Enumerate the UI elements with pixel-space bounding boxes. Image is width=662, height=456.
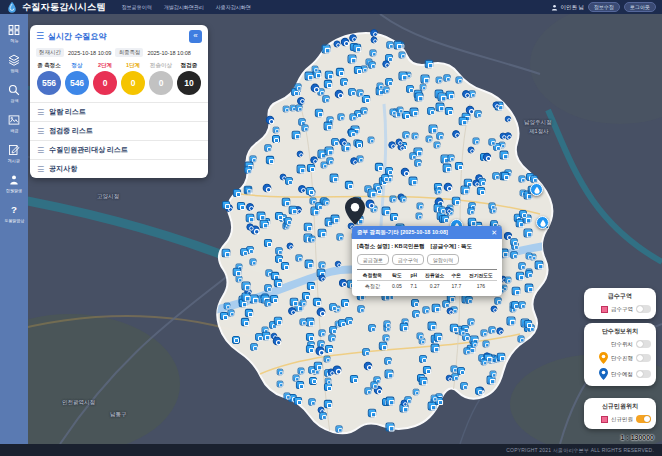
station-marker[interactable]: [329, 326, 337, 334]
menu-complaint-target-list[interactable]: ☰ 수질민원관리대상 리스트: [30, 140, 208, 159]
station-marker[interactable]: [284, 217, 292, 225]
station-marker[interactable]: [352, 44, 360, 52]
station-marker[interactable]: [242, 281, 251, 290]
station-marker[interactable]: [530, 175, 538, 183]
supply-area-toggle[interactable]: [636, 305, 651, 313]
sidebar-item-background[interactable]: 배경: [0, 110, 28, 138]
station-marker[interactable]: [246, 203, 254, 211]
station-marker[interactable]: [428, 124, 437, 133]
station-marker[interactable]: [439, 206, 446, 213]
station-marker[interactable]: [446, 375, 452, 381]
station-marker[interactable]: [306, 333, 314, 341]
station-marker[interactable]: [244, 186, 251, 193]
station-marker[interactable]: [297, 97, 305, 105]
station-marker[interactable]: [232, 336, 240, 344]
selected-station-pin-icon[interactable]: [345, 197, 365, 225]
station-marker[interactable]: [262, 184, 271, 193]
station-marker[interactable]: [458, 329, 465, 336]
sidebar-item-help[interactable]: ? 도움말영상: [0, 200, 28, 228]
station-marker[interactable]: [355, 140, 363, 148]
station-marker[interactable]: [367, 188, 376, 197]
sidebar-item-board[interactable]: 게시판: [0, 140, 28, 168]
station-marker[interactable]: [460, 382, 468, 390]
station-marker[interactable]: [250, 295, 259, 304]
stat-normal[interactable]: 정상 546: [65, 62, 89, 95]
station-marker[interactable]: [489, 371, 496, 378]
station-marker[interactable]: [295, 254, 302, 261]
station-marker[interactable]: [275, 212, 283, 220]
station-marker[interactable]: [341, 299, 349, 307]
station-marker[interactable]: [241, 318, 249, 326]
sidebar-item-menu[interactable]: 메뉴: [0, 20, 28, 48]
station-marker[interactable]: [419, 376, 428, 385]
station-marker[interactable]: [368, 409, 376, 417]
station-marker[interactable]: [402, 132, 409, 139]
station-marker[interactable]: [386, 42, 393, 49]
stat-level1[interactable]: 1단계 0: [121, 62, 145, 95]
station-marker[interactable]: [274, 317, 282, 325]
stat-maintenance[interactable]: 점검중 10: [177, 62, 201, 95]
logout-button[interactable]: 로그아웃: [624, 2, 656, 12]
station-marker[interactable]: [435, 188, 442, 195]
station-marker[interactable]: [321, 45, 330, 54]
station-marker[interactable]: [451, 197, 459, 205]
station-marker[interactable]: [259, 219, 268, 228]
menu-maintenance-list[interactable]: ☰ 점검중 리스트: [30, 121, 208, 140]
station-marker[interactable]: [241, 248, 249, 256]
station-marker[interactable]: [358, 306, 365, 313]
station-marker[interactable]: [369, 49, 376, 56]
station-marker[interactable]: [455, 162, 463, 170]
station-marker[interactable]: [384, 357, 392, 365]
cutoff-location-toggle[interactable]: [636, 340, 651, 348]
station-marker[interactable]: [496, 328, 503, 335]
station-marker[interactable]: [296, 381, 304, 389]
station-marker[interactable]: [442, 300, 450, 308]
station-marker[interactable]: [314, 362, 322, 370]
station-marker[interactable]: [316, 307, 325, 316]
station-marker[interactable]: [409, 108, 418, 117]
station-marker[interactable]: [237, 202, 245, 210]
station-marker[interactable]: [524, 283, 533, 292]
station-marker[interactable]: [282, 105, 289, 112]
station-marker[interactable]: [277, 368, 283, 374]
supply-area-button[interactable]: 급수구역: [392, 254, 424, 265]
station-marker[interactable]: [338, 319, 346, 327]
station-marker[interactable]: [227, 309, 234, 316]
sidebar-item-search[interactable]: 검색: [0, 80, 28, 108]
station-marker[interactable]: [431, 394, 438, 401]
station-marker[interactable]: [370, 36, 377, 43]
station-marker[interactable]: [463, 90, 471, 98]
station-marker[interactable]: [367, 136, 374, 143]
station-marker[interactable]: [298, 368, 305, 375]
station-marker[interactable]: [396, 107, 403, 114]
station-marker[interactable]: [442, 164, 451, 173]
station-marker[interactable]: [311, 83, 320, 92]
station-marker[interactable]: [296, 165, 305, 174]
station-marker[interactable]: [336, 68, 344, 76]
station-marker[interactable]: [381, 175, 389, 183]
station-marker[interactable]: [360, 108, 367, 115]
station-marker[interactable]: [356, 90, 363, 97]
station-marker[interactable]: [483, 153, 491, 161]
station-marker[interactable]: [419, 355, 427, 363]
highlight-station-marker[interactable]: [536, 216, 549, 229]
menu-item-individual-screen[interactable]: 개별감시화면관리: [164, 4, 204, 10]
menu-item-share-history[interactable]: 정보공유이력: [122, 4, 152, 10]
station-marker[interactable]: [436, 132, 443, 139]
station-marker[interactable]: [370, 381, 377, 388]
station-marker[interactable]: [286, 243, 293, 250]
station-marker[interactable]: [483, 340, 490, 347]
station-marker[interactable]: [452, 130, 460, 138]
station-marker[interactable]: [477, 187, 485, 195]
station-marker[interactable]: [400, 322, 409, 331]
station-marker[interactable]: [345, 317, 353, 325]
station-marker[interactable]: [496, 353, 505, 362]
station-marker[interactable]: [272, 337, 281, 346]
station-marker[interactable]: [412, 389, 418, 395]
station-marker[interactable]: [330, 173, 339, 182]
station-marker[interactable]: [345, 181, 353, 189]
station-marker[interactable]: [423, 366, 431, 374]
station-marker[interactable]: [325, 146, 334, 155]
station-marker[interactable]: [416, 333, 423, 340]
station-marker[interactable]: [400, 195, 407, 202]
